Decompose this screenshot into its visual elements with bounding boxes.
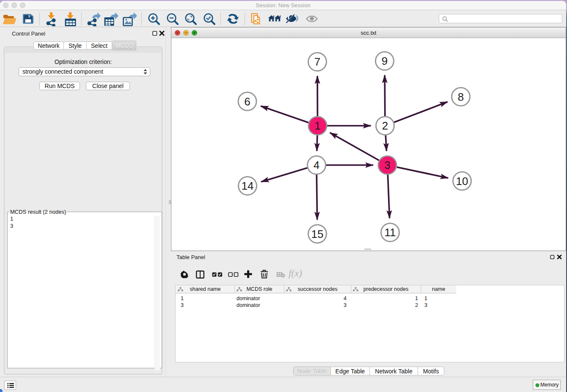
svg-text:15: 15 <box>311 228 324 240</box>
svg-text:7: 7 <box>314 55 320 68</box>
svg-text:1: 1 <box>314 119 320 132</box>
svg-text:4: 4 <box>314 159 319 171</box>
svg-text:11: 11 <box>385 226 396 239</box>
svg-text:10: 10 <box>456 175 468 188</box>
svg-text:6: 6 <box>244 95 250 108</box>
svg-text:14: 14 <box>242 179 254 192</box>
svg-text:8: 8 <box>458 91 464 103</box>
svg-text:2: 2 <box>382 119 388 132</box>
svg-text:3: 3 <box>384 159 390 171</box>
svg-text:9: 9 <box>382 55 388 67</box>
